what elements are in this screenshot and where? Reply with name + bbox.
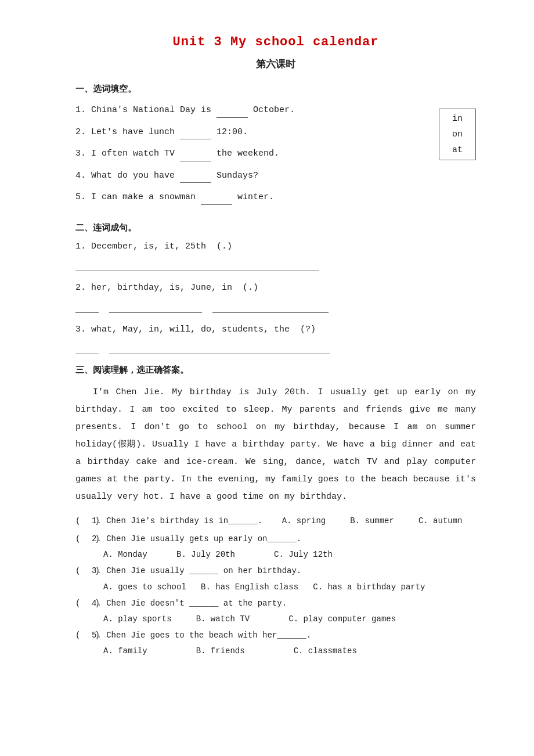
- reading-passage: I'm Chen Jie. My birthday is July 20th. …: [75, 384, 476, 506]
- seg3b: [109, 344, 330, 354]
- answer-partial-2: [75, 303, 476, 313]
- s2-q3: 3. what, May, in, will, do, students, th…: [75, 322, 476, 337]
- fill-q5: 5. I can make a snowman winter.: [75, 190, 421, 205]
- section3-label: 三、阅读理解，选正确答案。: [75, 365, 476, 376]
- word-on: on: [452, 129, 463, 139]
- blank5[interactable]: [201, 196, 232, 205]
- mc-q5-options: A. family B. friends C. classmates: [103, 646, 476, 656]
- mc-q1: ( )1. Chen Jie's birthday is in______. A…: [75, 514, 476, 528]
- section2-label: 二、连词成句。: [75, 222, 476, 233]
- seg2b: [109, 303, 202, 313]
- mc-bracket-2: ( ): [75, 532, 92, 546]
- blank4[interactable]: [180, 174, 211, 183]
- word-in: in: [452, 114, 463, 124]
- seg2c: [212, 303, 329, 313]
- word-box: in on at: [439, 109, 476, 160]
- mc-q3-options: A. goes to school B. has English class C…: [103, 582, 476, 592]
- gap3: [99, 344, 109, 354]
- mc-q3: ( )3. Chen Jie usually ______ on her bir…: [75, 564, 476, 578]
- mc-q5: ( )5. Chen Jie goes to the beach with he…: [75, 628, 476, 643]
- seg3a: [75, 344, 99, 354]
- blank2[interactable]: [180, 130, 211, 139]
- subtitle: 第六课时: [75, 57, 476, 71]
- mc-q2: ( )2. Chen Jie usually gets up early on_…: [75, 532, 476, 546]
- page-title: Unit 3 My school calendar: [75, 35, 476, 49]
- fill-q3: 3. I often watch TV the weekend.: [75, 146, 421, 161]
- mc-bracket-1: ( ): [75, 514, 92, 528]
- fill-q2: 2. Let's have lunch 12:00.: [75, 125, 421, 140]
- blank3[interactable]: [180, 152, 211, 161]
- fill-questions: 1. China's National Day is October. 2. L…: [75, 103, 421, 212]
- s2-q1: 1. December, is, it, 25th (.): [75, 239, 476, 254]
- section1: 一、选词填空。 1. China's National Day is Octob…: [75, 84, 476, 212]
- fill-q4: 4. What do you have Sundays?: [75, 168, 421, 183]
- mc-bracket-3: ( ): [75, 564, 92, 578]
- word-at: at: [452, 145, 463, 155]
- section2: 二、连词成句。 1. December, is, it, 25th (.) 2.…: [75, 222, 476, 355]
- fill-q1: 1. China's National Day is October.: [75, 103, 421, 118]
- seg2a: [75, 303, 99, 313]
- answer-line-1: [75, 261, 319, 271]
- mc-q2-options: A. Monday B. July 20th C. July 12th: [103, 550, 476, 559]
- section1-label: 一、选词填空。: [75, 84, 476, 95]
- mc-bracket-4: ( ): [75, 596, 92, 611]
- mc-bracket-5: ( ): [75, 628, 92, 643]
- answer-partial-3: [75, 344, 476, 354]
- mc-q4-options: A. play sports B. watch TV C. play compu…: [103, 614, 476, 624]
- blank1[interactable]: [217, 109, 248, 118]
- gap2b: [202, 303, 212, 313]
- mc-q4: ( )4. Chen Jie doesn't ______ at the par…: [75, 596, 476, 611]
- s2-q2: 2. her, birthday, is, June, in (.): [75, 280, 476, 296]
- gap2: [99, 303, 109, 313]
- section3: 三、阅读理解，选正确答案。 I'm Chen Jie. My birthday …: [75, 365, 476, 656]
